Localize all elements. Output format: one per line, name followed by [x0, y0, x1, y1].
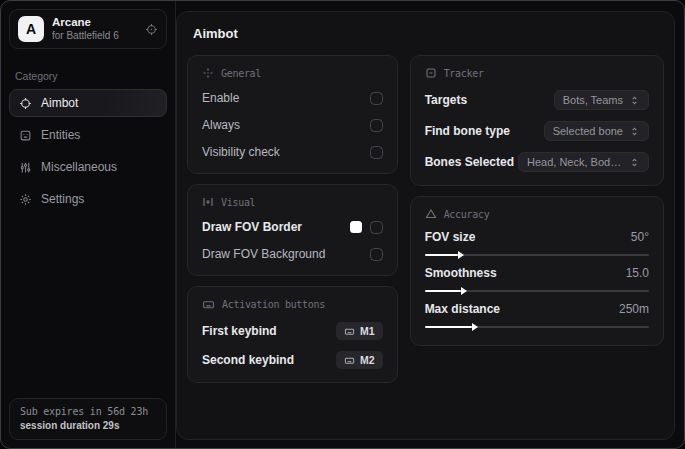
- sidebar: A Arcane for Battlefield 6 Category Aimb…: [1, 1, 176, 448]
- card-title: Tracker: [444, 68, 484, 79]
- row-label: Enable: [202, 91, 239, 105]
- session-duration-text: session duration 29s: [20, 420, 156, 431]
- main-area: Aimbot General: [176, 1, 684, 448]
- keybind-row-first: First keybind M1: [202, 322, 383, 340]
- scan-crosshair-icon: [202, 67, 214, 79]
- row-label: FOV size: [425, 230, 476, 244]
- app-window: A Arcane for Battlefield 6 Category Aimb…: [0, 0, 685, 449]
- activation-buttons-card: Activation buttons First keybind M1: [187, 286, 398, 383]
- sub-expiry-text: Sub expires in 56d 23h: [20, 406, 156, 417]
- card-title: Visual: [221, 197, 255, 208]
- entities-icon: [19, 129, 32, 142]
- chevron-up-down-icon: [629, 95, 640, 106]
- targets-select[interactable]: Bots, Teams: [554, 90, 649, 110]
- toggle-row-draw-fov-background: Draw FOV Background: [202, 246, 383, 262]
- page-title: Aimbot: [193, 26, 666, 41]
- select-row-targets: Targets Bots, Teams: [425, 90, 649, 110]
- brand-logo: A: [18, 16, 44, 42]
- keyboard-icon: [344, 326, 355, 337]
- toggle-row-draw-fov-border: Draw FOV Border: [202, 219, 383, 235]
- sidebar-item-entities[interactable]: Entities: [9, 121, 167, 149]
- keybind-value: M2: [360, 354, 375, 366]
- keyboard-icon: [344, 355, 355, 366]
- smoothness-slider[interactable]: [425, 290, 649, 292]
- keybind-row-second: Second keybind M2: [202, 351, 383, 369]
- sidebar-item-label: Aimbot: [41, 96, 78, 110]
- always-checkbox[interactable]: [370, 119, 383, 132]
- row-label: Draw FOV Border: [202, 220, 302, 234]
- keyboard-icon: [202, 298, 215, 311]
- gear-icon: [19, 193, 32, 206]
- slider-thumb[interactable]: [461, 287, 467, 295]
- sidebar-item-aimbot[interactable]: Aimbot: [9, 89, 167, 117]
- fov-size-slider[interactable]: [425, 254, 649, 256]
- row-label: Max distance: [425, 302, 500, 316]
- select-value: Head, Neck, Body, Pe..: [527, 156, 623, 168]
- max-distance-slider[interactable]: [425, 326, 649, 328]
- target-icon[interactable]: [145, 23, 158, 36]
- left-column: General Enable Always Visibility check: [187, 55, 398, 393]
- tracker-card: Tracker Targets Bots, Teams: [410, 55, 664, 186]
- row-label: Draw FOV Background: [202, 247, 325, 261]
- select-row-find-bone-type: Find bone type Selected bone: [425, 121, 649, 141]
- tracker-icon: [425, 67, 437, 79]
- row-label: Always: [202, 118, 240, 132]
- sliders-icon: [19, 161, 32, 174]
- row-label: Smoothness: [425, 266, 497, 280]
- chevron-up-down-icon: [629, 157, 640, 168]
- brand-card: A Arcane for Battlefield 6: [9, 9, 167, 49]
- toggle-row-always: Always: [202, 117, 383, 133]
- draw-fov-background-checkbox[interactable]: [370, 248, 383, 261]
- find-bone-type-select[interactable]: Selected bone: [544, 121, 649, 141]
- slider-row-fov-size: FOV size 50°: [425, 230, 649, 256]
- row-label: Targets: [425, 93, 467, 107]
- sidebar-item-label: Miscellaneous: [41, 160, 117, 174]
- card-title: Accuracy: [444, 209, 490, 220]
- row-label: Second keybind: [202, 353, 294, 367]
- toggle-row-enable: Enable: [202, 90, 383, 106]
- sidebar-item-settings[interactable]: Settings: [9, 185, 167, 213]
- category-label: Category: [15, 70, 161, 82]
- draw-fov-border-checkbox[interactable]: [370, 221, 383, 234]
- right-column: Tracker Targets Bots, Teams: [410, 55, 664, 356]
- row-label: Bones Selected: [425, 155, 514, 169]
- sidebar-item-label: Entities: [41, 128, 80, 142]
- visibility-check-checkbox[interactable]: [370, 146, 383, 159]
- crosshair-icon: [19, 97, 32, 110]
- visual-icon: [202, 196, 214, 208]
- toggle-row-visibility-check: Visibility check: [202, 144, 383, 160]
- slider-thumb[interactable]: [458, 251, 464, 259]
- card-title: Activation buttons: [222, 299, 325, 310]
- main-panel: Aimbot General: [176, 11, 675, 440]
- fov-border-color-swatch[interactable]: [350, 221, 362, 233]
- subscription-info: Sub expires in 56d 23h session duration …: [9, 398, 167, 440]
- keybind-value: M1: [360, 325, 375, 337]
- slider-value: 250m: [619, 302, 649, 316]
- triangle-icon: [425, 208, 437, 220]
- chevron-up-down-icon: [629, 126, 640, 137]
- visual-card: Visual Draw FOV Border Draw FOV Backgrou…: [187, 184, 398, 276]
- row-label: First keybind: [202, 324, 277, 338]
- slider-row-smoothness: Smoothness 15.0: [425, 266, 649, 292]
- card-title: General: [221, 68, 261, 79]
- slider-value: 50°: [631, 230, 649, 244]
- brand-subtitle: for Battlefield 6: [52, 30, 137, 42]
- bones-selected-select[interactable]: Head, Neck, Body, Pe..: [518, 152, 649, 172]
- select-row-bones-selected: Bones Selected Head, Neck, Body, Pe..: [425, 152, 649, 172]
- general-card: General Enable Always Visibility check: [187, 55, 398, 174]
- row-label: Visibility check: [202, 145, 280, 159]
- accuracy-card: Accuracy FOV size 50°: [410, 196, 664, 346]
- brand-name: Arcane: [52, 16, 137, 29]
- slider-value: 15.0: [626, 266, 649, 280]
- row-label: Find bone type: [425, 124, 510, 138]
- enable-checkbox[interactable]: [370, 92, 383, 105]
- second-keybind-button[interactable]: M2: [336, 351, 383, 369]
- select-value: Selected bone: [553, 125, 623, 137]
- sidebar-item-label: Settings: [41, 192, 84, 206]
- first-keybind-button[interactable]: M1: [336, 322, 383, 340]
- sidebar-item-miscellaneous[interactable]: Miscellaneous: [9, 153, 167, 181]
- select-value: Bots, Teams: [563, 94, 623, 106]
- slider-thumb[interactable]: [472, 323, 478, 331]
- slider-row-max-distance: Max distance 250m: [425, 302, 649, 328]
